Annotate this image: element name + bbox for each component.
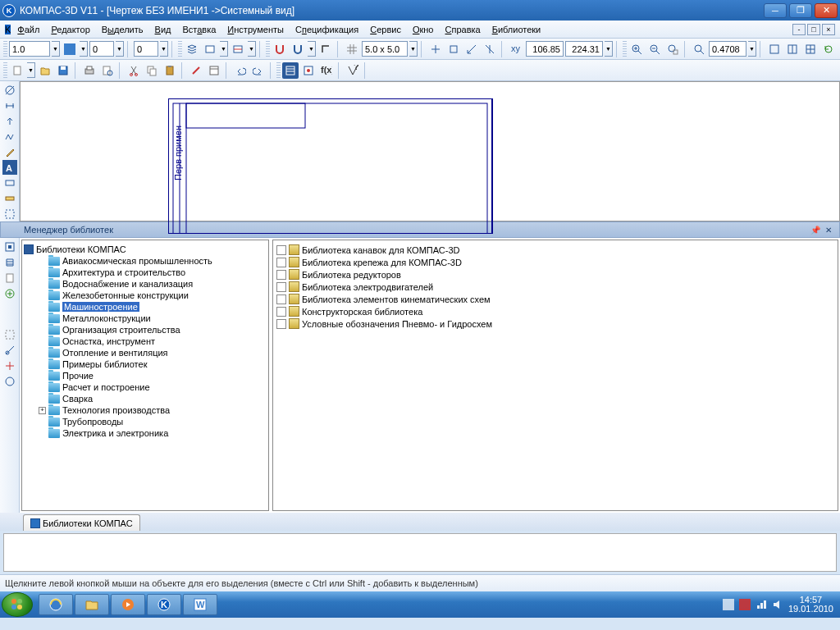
tree-item[interactable]: Организация строительства xyxy=(24,324,267,336)
expander-icon[interactable]: + xyxy=(39,407,46,414)
param-icon[interactable] xyxy=(2,176,17,190)
lib-list[interactable]: Библиотека канавок для КОМПАС-3DБиблиоте… xyxy=(272,240,838,511)
step-input[interactable]: 0 xyxy=(89,41,114,57)
list-item[interactable]: Библиотека редукторов xyxy=(276,268,834,281)
notes-icon[interactable] xyxy=(2,114,17,129)
tree-item[interactable]: Машиностроение xyxy=(24,301,267,313)
tree-item[interactable]: Оснастка, инструмент xyxy=(24,336,267,347)
mdi-close[interactable]: × xyxy=(822,24,835,35)
save-btn[interactable] xyxy=(55,62,71,79)
task-wmp[interactable] xyxy=(111,594,145,615)
rough-icon[interactable] xyxy=(2,130,17,144)
mdi-restore[interactable]: □ xyxy=(807,24,820,35)
checkbox[interactable] xyxy=(276,294,286,304)
layer2-btn[interactable] xyxy=(202,41,218,57)
checkbox[interactable] xyxy=(276,270,286,280)
list-item[interactable]: Библиотека крепежа для КОМПАС-3D xyxy=(276,256,834,268)
tree-item[interactable]: Трубопроводы xyxy=(24,416,267,427)
doc-icon[interactable]: K xyxy=(5,25,11,34)
fx-btn[interactable]: f(x) xyxy=(318,62,335,79)
tray-lang-icon[interactable] xyxy=(739,599,751,610)
tree-item[interactable]: Прочие xyxy=(24,370,267,381)
grid-btn[interactable] xyxy=(344,41,360,57)
spec-icon[interactable] xyxy=(2,255,17,270)
tool1-icon[interactable] xyxy=(2,327,17,342)
checkbox[interactable] xyxy=(276,245,286,255)
view1-btn[interactable] xyxy=(766,41,783,57)
tree-item[interactable]: Архитектура и строительство xyxy=(24,267,267,278)
copy-btn[interactable] xyxy=(144,62,160,79)
grip-icon[interactable] xyxy=(276,62,281,79)
drawing-canvas[interactable]: Перв примен xyxy=(20,81,840,221)
x-input[interactable]: 106.85 xyxy=(526,41,564,57)
color-dd[interactable]: ▼ xyxy=(80,41,88,57)
zoom-input[interactable]: 0.4708 xyxy=(709,41,746,57)
zoomfit-btn[interactable] xyxy=(691,41,707,57)
grid-input[interactable]: 5.0 x 5.0 xyxy=(362,41,408,57)
snap3-btn[interactable] xyxy=(463,41,480,57)
task-word[interactable]: W xyxy=(183,594,217,615)
checkbox[interactable] xyxy=(276,282,286,292)
tree-item[interactable]: Расчет и построение xyxy=(24,381,267,393)
assoc-icon[interactable] xyxy=(2,240,17,254)
libmgr-btn[interactable] xyxy=(282,62,299,79)
view2-btn[interactable] xyxy=(784,41,801,57)
close-button[interactable]: ✕ xyxy=(815,3,838,18)
menu-file[interactable]: Файл xyxy=(12,23,44,36)
layer3-btn[interactable] xyxy=(230,41,246,57)
scale-input[interactable]: 1.0 xyxy=(9,41,50,57)
list-item[interactable]: Библиотека электродвигателей xyxy=(276,281,834,293)
scale-dd[interactable]: ▼ xyxy=(52,41,60,57)
tree-item[interactable]: +Технология производства xyxy=(24,404,267,416)
help-btn[interactable]: ? xyxy=(345,62,361,79)
menu-editor[interactable]: Редактор xyxy=(46,23,94,36)
list-item[interactable]: Библиотека элементов кинематических схем xyxy=(276,293,834,305)
ortho-btn[interactable] xyxy=(317,41,334,57)
edit-icon[interactable] xyxy=(2,145,17,160)
tray-flag-icon[interactable] xyxy=(723,599,734,610)
tree-item[interactable]: Электрика и электроника xyxy=(24,427,267,439)
menu-service[interactable]: Сервис xyxy=(365,23,406,36)
snap4-btn[interactable] xyxy=(482,41,498,57)
menu-view[interactable]: Вид xyxy=(150,23,176,36)
pin-icon[interactable]: 📌 xyxy=(810,224,821,235)
tool4-icon[interactable] xyxy=(2,374,17,389)
print-btn[interactable] xyxy=(81,62,98,79)
menu-select[interactable]: Выделить xyxy=(97,23,148,36)
property-panel[interactable] xyxy=(3,533,837,572)
minimize-button[interactable]: ─ xyxy=(764,3,787,18)
step-dd[interactable]: ▼ xyxy=(116,41,124,57)
geom-icon[interactable] xyxy=(2,83,17,98)
paste-btn[interactable] xyxy=(162,62,178,79)
layer-dd[interactable]: ▼ xyxy=(160,41,168,57)
cut-btn[interactable] xyxy=(126,62,142,79)
tray-net-icon[interactable] xyxy=(756,599,767,610)
report-icon[interactable] xyxy=(2,271,17,285)
menu-window[interactable]: Окно xyxy=(408,23,439,36)
layers-btn[interactable] xyxy=(184,41,200,57)
insert-icon[interactable] xyxy=(2,286,17,301)
tree-item[interactable]: Железобетонные конструкции xyxy=(24,290,267,301)
menu-spec[interactable]: Спецификация xyxy=(290,23,363,36)
start-button[interactable] xyxy=(2,592,33,617)
tree-item[interactable]: Сварка xyxy=(24,393,267,404)
zoomwin-btn[interactable] xyxy=(664,41,681,57)
text-icon[interactable]: A xyxy=(2,160,17,175)
task-explorer[interactable] xyxy=(75,594,109,615)
grip-icon[interactable] xyxy=(623,41,627,57)
grip-icon[interactable] xyxy=(178,41,182,57)
var-btn[interactable] xyxy=(300,62,317,79)
lib-tree[interactable]: Библиотеки КОМПАС Авиакосмическая промыш… xyxy=(21,240,269,511)
checkbox[interactable] xyxy=(276,258,286,267)
view3-btn[interactable] xyxy=(802,41,819,57)
grip-icon[interactable] xyxy=(3,41,7,57)
list-item[interactable]: Конструкторская библиотека xyxy=(276,305,834,317)
select-icon[interactable] xyxy=(2,207,17,221)
y-input[interactable]: 224.31 xyxy=(565,41,603,57)
tree-root[interactable]: Библиотеки КОМПАС xyxy=(24,244,267,255)
preview-btn[interactable] xyxy=(99,62,116,79)
mdi-minimize[interactable]: - xyxy=(792,24,806,35)
tree-item[interactable]: Отопление и вентиляция xyxy=(24,347,267,358)
measure-icon[interactable] xyxy=(2,191,17,206)
color-btn[interactable] xyxy=(62,41,78,57)
